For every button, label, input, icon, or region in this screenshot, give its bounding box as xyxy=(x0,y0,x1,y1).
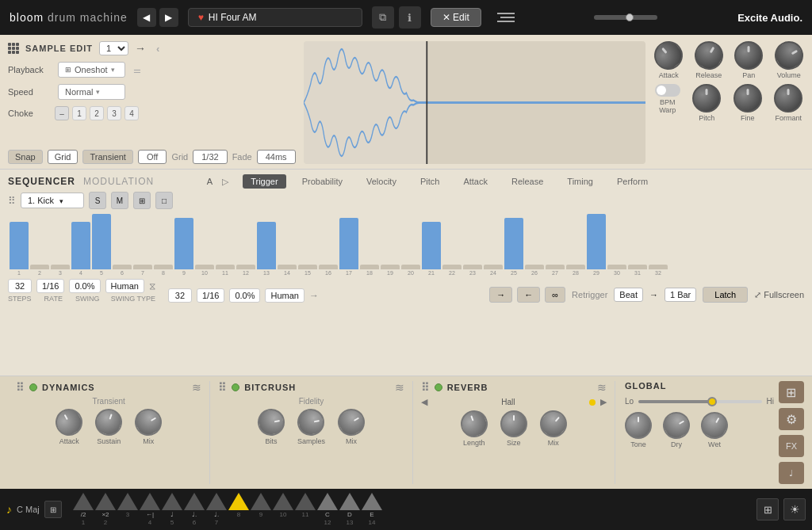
link-icon[interactable]: ⧖ xyxy=(149,280,155,292)
arrow-left-btn[interactable]: → xyxy=(489,287,512,303)
sample-number-select[interactable]: 12 xyxy=(99,41,128,55)
samples-knob[interactable] xyxy=(296,406,327,437)
step-bar-12[interactable] xyxy=(236,265,255,269)
reverb-next-type[interactable]: ▶ xyxy=(600,397,607,407)
dynamics-eq-icon[interactable]: ≋ xyxy=(192,381,201,394)
step-bar-25[interactable] xyxy=(504,218,523,269)
step-bar-1[interactable] xyxy=(10,222,29,269)
seq-arrow-right[interactable]: → xyxy=(309,290,319,301)
bitcrush-active-dot[interactable] xyxy=(232,383,239,391)
pad-key-2[interactable]: ×22 xyxy=(95,493,116,526)
info-button[interactable]: ℹ xyxy=(399,6,421,29)
choke-3[interactable]: 3 xyxy=(107,106,121,120)
choke-4[interactable]: 4 xyxy=(124,106,139,120)
reverb-eq-icon[interactable]: ≋ xyxy=(597,381,607,394)
step-bar-16[interactable] xyxy=(319,265,338,269)
bits-knob[interactable] xyxy=(255,406,286,437)
choke-1[interactable]: 1 xyxy=(72,106,86,120)
step-bar-26[interactable] xyxy=(525,265,544,269)
step-bar-21[interactable] xyxy=(422,222,441,269)
step-bar-13[interactable] xyxy=(257,222,276,269)
beat-select[interactable]: Beat xyxy=(614,288,643,302)
arrow-right-btn[interactable]: ← xyxy=(517,287,540,303)
copy-button[interactable]: ⧉ xyxy=(372,6,394,29)
reverb-mix-knob[interactable] xyxy=(534,405,573,443)
pad-key-4[interactable]: ←|4 xyxy=(140,493,160,526)
pad-key-11[interactable]: 11 xyxy=(295,493,316,526)
delete-step-button[interactable]: □ xyxy=(155,192,173,209)
pad-key-8[interactable]: 8 xyxy=(228,493,249,526)
pad-key-12[interactable]: C12 xyxy=(317,493,338,526)
bpm-warp-toggle[interactable] xyxy=(655,84,680,97)
playback-extra[interactable]: ⚌ xyxy=(133,65,141,75)
step-bar-20[interactable] xyxy=(401,265,420,269)
step-bar-23[interactable] xyxy=(463,265,482,269)
off-toggle[interactable]: Off xyxy=(138,150,167,164)
lo-hi-thumb[interactable] xyxy=(707,397,717,406)
choke-minus-button[interactable]: – xyxy=(55,106,69,120)
pad-key-7[interactable]: ♩.7 xyxy=(206,493,227,526)
seq-drag-icon[interactable]: ⠿ xyxy=(8,195,16,207)
step-bar-3[interactable] xyxy=(51,265,70,269)
playback-dropdown[interactable]: ⊞ Oneshot ▾ xyxy=(58,62,125,78)
pitch-knob[interactable] xyxy=(692,84,721,112)
tab-pitch[interactable]: Pitch xyxy=(412,174,447,189)
settings-button[interactable]: ⚙ xyxy=(779,408,804,430)
pan-knob[interactable] xyxy=(734,41,763,70)
step-bar-4[interactable] xyxy=(71,222,90,269)
step-bar-9[interactable] xyxy=(174,218,193,269)
step-bar-31[interactable] xyxy=(628,265,647,269)
step-bar-17[interactable] xyxy=(339,218,358,269)
fade-value[interactable]: 44ms xyxy=(257,150,296,164)
swing2-value[interactable]: 0.0% xyxy=(229,288,260,303)
loop-btn[interactable]: ∞ xyxy=(545,287,565,303)
bottom-grid-btn[interactable]: ⊞ xyxy=(44,501,62,518)
step-bar-2[interactable] xyxy=(30,265,49,269)
prev-button[interactable]: ◀ xyxy=(137,8,156,27)
pad-key-1[interactable]: /21 xyxy=(73,493,94,526)
volume-knob[interactable] xyxy=(769,36,808,74)
choke-2[interactable]: 2 xyxy=(90,106,104,120)
dynamics-active-dot[interactable] xyxy=(29,383,37,391)
pad-key-6[interactable]: ♩.6 xyxy=(184,493,205,526)
swing-value[interactable]: 0.0% xyxy=(69,279,100,293)
edit-button[interactable]: ✕ Edit xyxy=(431,8,481,27)
snap-button[interactable]: Snap xyxy=(8,150,43,164)
latch-button[interactable]: Latch xyxy=(703,287,748,303)
next-button[interactable]: ▶ xyxy=(159,8,178,27)
formant-knob[interactable] xyxy=(774,84,802,112)
step-bar-11[interactable] xyxy=(216,265,235,269)
song-name[interactable]: ♥ HI Four AM xyxy=(188,8,362,27)
swing-type-value[interactable]: Human xyxy=(105,279,144,293)
step-bar-19[interactable] xyxy=(381,265,400,269)
bar-select[interactable]: 1 Bar xyxy=(665,288,696,302)
step-bar-30[interactable] xyxy=(607,265,626,269)
step-bar-6[interactable] xyxy=(113,265,132,269)
bitcrush-dots[interactable]: ⠿ xyxy=(218,381,227,394)
step-bar-5[interactable] xyxy=(92,214,111,269)
tab-probability[interactable]: Probability xyxy=(294,174,350,189)
reverb-dots[interactable]: ⠿ xyxy=(421,381,430,394)
bitcrush-mix-knob[interactable] xyxy=(333,404,370,440)
arrow-right-icon[interactable]: → xyxy=(135,42,147,55)
copy-step-button[interactable]: ⊞ xyxy=(133,192,151,209)
step-bar-24[interactable] xyxy=(484,265,503,269)
pad-key-14[interactable]: E14 xyxy=(362,493,382,526)
tab-attack[interactable]: Attack xyxy=(455,174,496,189)
pad-key-3[interactable]: 3 xyxy=(117,493,138,526)
step-bar-15[interactable] xyxy=(298,265,317,269)
step-bar-29[interactable] xyxy=(587,214,606,269)
rate-value[interactable]: 1/16 xyxy=(36,279,64,293)
attack-knob[interactable] xyxy=(649,36,689,76)
pad-key-9[interactable]: 9 xyxy=(251,493,271,526)
dynamics-mix-knob[interactable] xyxy=(130,404,167,440)
preset-save-button[interactable]: ⊞ xyxy=(779,381,804,403)
step-bar-8[interactable] xyxy=(154,265,173,269)
fullscreen-button[interactable]: ⤢ Fullscreen xyxy=(754,290,804,300)
steps2-value[interactable]: 32 xyxy=(168,288,192,303)
lo-hi-slider[interactable]: Lo Hi xyxy=(625,397,774,406)
waveform-display[interactable] xyxy=(304,41,645,164)
collapse-icon[interactable]: ‹ xyxy=(156,43,160,55)
mute-button[interactable]: M xyxy=(111,192,128,209)
grid-value[interactable]: 1/32 xyxy=(193,150,227,164)
